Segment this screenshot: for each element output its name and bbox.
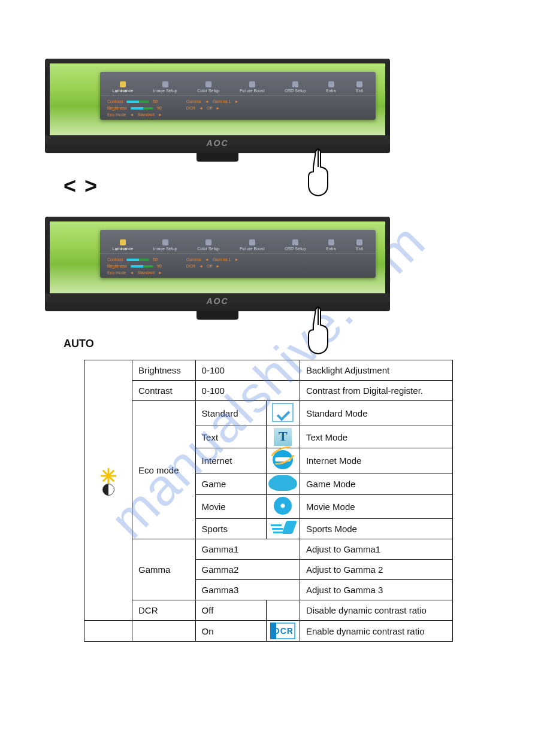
table-row: Contrast 0-100 Contrast from Digital-reg… <box>84 381 453 401</box>
monitor-figure-1: Luminance Image Setup Color Setup Pictur… <box>45 59 390 162</box>
luminance-icon-cell <box>84 360 132 621</box>
luminance-settings-table: Brightness 0-100 Backlight Adjustment Co… <box>84 360 453 642</box>
osd-menu-2: Luminance Image Setup Color Setup Pictur… <box>100 230 376 278</box>
osd-tab-color-setup: Color Setup <box>197 81 219 93</box>
disc-icon <box>274 497 292 515</box>
table-row: Brightness 0-100 Backlight Adjustment <box>84 360 453 381</box>
gamepad-icon <box>271 475 295 491</box>
param-cell: Brightness <box>132 360 196 381</box>
osd-tab-luminance: Luminance <box>113 81 133 93</box>
desc-cell: Backlight Adjustment <box>300 360 452 381</box>
hand-pointing-icon <box>300 147 336 202</box>
value-cell: 0-100 <box>195 360 300 381</box>
osd-tab-extra: Extra <box>326 81 335 93</box>
auto-heading: AUTO <box>64 338 535 350</box>
luminance-icon <box>95 476 122 503</box>
table-row: Eco mode Standard Standard Mode <box>84 401 453 426</box>
monitor-brand: AOC <box>45 135 390 153</box>
eco-mode-label: Eco mode <box>132 401 196 539</box>
osd-tab-osd-setup: OSD Setup <box>285 81 306 93</box>
check-icon <box>272 403 294 422</box>
osd-tab-picture-boost: Picture Boost <box>240 81 265 93</box>
table-row: Gamma Gamma1 Adjust to Gamma1 <box>84 539 453 560</box>
osd-tab-exit: Exit <box>356 81 363 93</box>
dcr-label: DCR <box>132 600 196 621</box>
internet-icon <box>273 450 293 469</box>
text-icon: T <box>274 428 292 446</box>
osd-menu: Luminance Image Setup Color Setup Pictur… <box>100 72 376 120</box>
dcr-icon: DCR <box>270 623 295 639</box>
prev-arrow-icon[interactable]: < <box>64 174 84 198</box>
hand-pointing-icon <box>300 305 336 360</box>
osd-tab-image-setup: Image Setup <box>153 81 177 93</box>
next-arrow-icon[interactable]: > <box>84 174 105 198</box>
table-row: DCR Off Disable dynamic contrast ratio <box>84 600 453 621</box>
table-row: On DCR Enable dynamic contrast ratio <box>84 621 453 642</box>
runner-icon <box>271 521 295 535</box>
gamma-label: Gamma <box>132 539 196 600</box>
monitor-figure-2: Luminance Image Setup Color Setup Pictur… <box>45 217 390 320</box>
prev-next-arrows: <> <box>64 174 535 199</box>
